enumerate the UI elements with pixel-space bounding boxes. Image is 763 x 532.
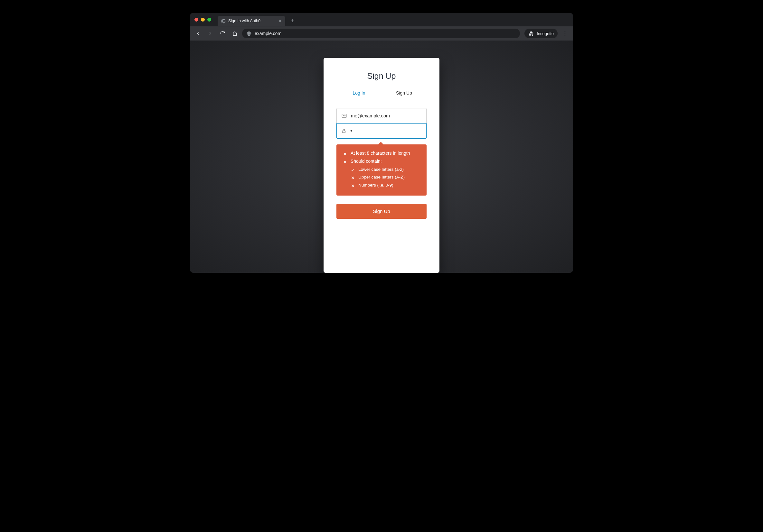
svg-rect-5 — [342, 131, 345, 133]
close-tab-button[interactable]: ✕ — [278, 19, 282, 24]
reload-button[interactable] — [218, 29, 227, 38]
password-masked-value: • — [350, 128, 353, 134]
auth-card: Sign Up Log In Sign Up • ✕ — [324, 58, 439, 273]
password-requirements: ✕ At least 8 characters in length ✕ Shou… — [336, 144, 427, 196]
back-button[interactable] — [193, 29, 203, 38]
page-viewport: Sign Up Log In Sign Up • ✕ — [190, 41, 573, 273]
svg-rect-4 — [342, 114, 346, 118]
globe-icon — [221, 19, 226, 24]
tab-title: Sign In with Auth0 — [228, 19, 261, 23]
new-tab-button[interactable]: + — [288, 16, 297, 26]
url-text: example.com — [255, 31, 281, 36]
svg-point-3 — [532, 35, 533, 36]
close-window-button[interactable] — [194, 18, 198, 22]
tab-signup[interactable]: Sign Up — [382, 90, 427, 99]
email-input[interactable] — [351, 113, 422, 118]
browser-window: Sign In with Auth0 ✕ + example.com — [190, 13, 573, 273]
req-numbers: ✕ Numbers (i.e. 0-9) — [351, 182, 420, 190]
x-icon: ✕ — [351, 182, 355, 190]
incognito-label: Incognito — [537, 31, 554, 36]
tab-bar: Sign In with Auth0 ✕ + — [190, 13, 573, 26]
svg-point-2 — [530, 35, 531, 36]
window-controls — [194, 18, 211, 22]
password-field[interactable]: • — [336, 123, 427, 138]
forward-button[interactable] — [205, 29, 215, 38]
check-icon: ✓ — [351, 166, 355, 174]
minimize-window-button[interactable] — [201, 18, 205, 22]
maximize-window-button[interactable] — [207, 18, 211, 22]
address-bar[interactable]: example.com — [242, 29, 520, 38]
incognito-icon — [528, 31, 534, 36]
incognito-indicator[interactable]: Incognito — [524, 29, 558, 38]
browser-toolbar: example.com Incognito ⋮ — [190, 26, 573, 41]
x-icon: ✕ — [351, 174, 355, 182]
email-field[interactable] — [336, 108, 427, 124]
req-contain: ✕ Should contain: — [343, 158, 420, 166]
req-lower: ✓ Lower case letters (a-z) — [351, 166, 420, 174]
lock-icon — [341, 128, 346, 133]
page-title: Sign Up — [336, 71, 427, 81]
tab-login[interactable]: Log In — [336, 90, 382, 99]
browser-tab[interactable]: Sign In with Auth0 ✕ — [218, 16, 285, 26]
signup-button[interactable]: Sign Up — [336, 204, 427, 219]
mail-icon — [341, 113, 347, 119]
x-icon: ✕ — [343, 149, 347, 158]
req-length: ✕ At least 8 characters in length — [343, 149, 420, 158]
site-info-icon[interactable] — [247, 31, 252, 36]
req-upper: ✕ Upper case letters (A-Z) — [351, 174, 420, 182]
auth-tabs: Log In Sign Up — [336, 90, 427, 99]
browser-menu-button[interactable]: ⋮ — [560, 30, 570, 37]
x-icon: ✕ — [343, 158, 347, 166]
home-button[interactable] — [230, 29, 240, 38]
